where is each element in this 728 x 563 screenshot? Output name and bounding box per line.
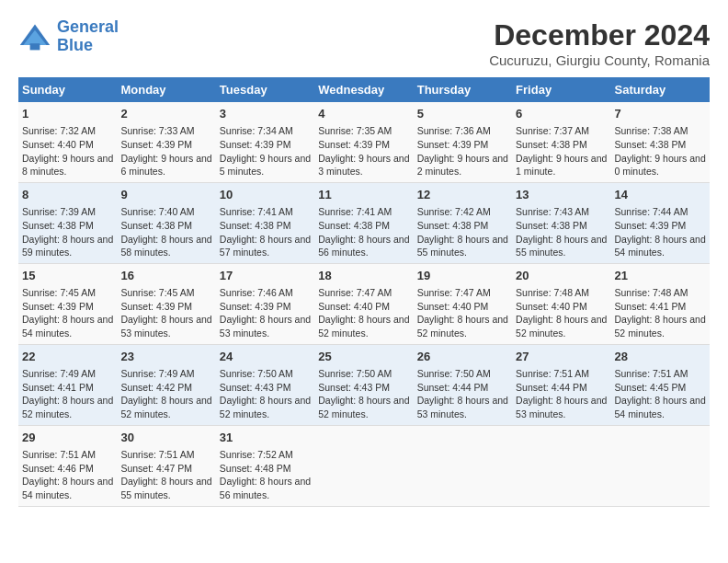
sunset-label: Sunset: 4:39 PM [22, 301, 94, 312]
page-header: General Blue December 2024 Cucuruzu, Giu… [18, 18, 710, 68]
daylight-label: Daylight: 9 hours and 5 minutes. [220, 153, 311, 178]
sunset-label: Sunset: 4:47 PM [120, 463, 192, 474]
sunset-label: Sunset: 4:41 PM [615, 301, 687, 312]
page-subtitle: Cucuruzu, Giurgiu County, Romania [489, 52, 710, 68]
calendar-cell: 11Sunrise: 7:41 AMSunset: 4:38 PMDayligh… [314, 182, 413, 263]
day-number: 11 [318, 187, 409, 203]
calendar-cell: 24Sunrise: 7:50 AMSunset: 4:43 PMDayligh… [216, 344, 314, 425]
calendar-cell: 17Sunrise: 7:46 AMSunset: 4:39 PMDayligh… [216, 263, 314, 344]
daylight-label: Daylight: 8 hours and 55 minutes. [120, 476, 211, 500]
sunset-label: Sunset: 4:38 PM [516, 139, 587, 150]
day-number: 14 [615, 187, 706, 203]
sunrise-label: Sunrise: 7:43 AM [516, 206, 589, 217]
daylight-label: Daylight: 8 hours and 53 minutes. [417, 395, 508, 419]
calendar-week-4: 22Sunrise: 7:49 AMSunset: 4:41 PMDayligh… [18, 344, 710, 425]
daylight-label: Daylight: 8 hours and 52 minutes. [22, 395, 113, 419]
day-number: 15 [22, 268, 113, 284]
calendar-week-5: 29Sunrise: 7:51 AMSunset: 4:46 PMDayligh… [18, 425, 710, 506]
daylight-label: Daylight: 8 hours and 53 minutes. [516, 395, 607, 419]
sunrise-label: Sunrise: 7:50 AM [220, 368, 293, 379]
header-monday: Monday [117, 77, 215, 102]
sunset-label: Sunset: 4:38 PM [615, 139, 687, 150]
day-number: 8 [22, 187, 113, 203]
daylight-label: Daylight: 8 hours and 52 minutes. [318, 395, 409, 419]
sunset-label: Sunset: 4:38 PM [220, 220, 291, 231]
day-number: 28 [615, 349, 706, 365]
daylight-label: Daylight: 8 hours and 53 minutes. [120, 314, 211, 339]
calendar-cell: 16Sunrise: 7:45 AMSunset: 4:39 PMDayligh… [117, 263, 215, 344]
day-number: 4 [318, 106, 409, 122]
daylight-label: Daylight: 8 hours and 52 minutes. [516, 314, 607, 339]
calendar-cell: 9Sunrise: 7:40 AMSunset: 4:38 PMDaylight… [117, 182, 215, 263]
header-sunday: Sunday [18, 77, 117, 102]
calendar-week-1: 1Sunrise: 7:32 AMSunset: 4:40 PMDaylight… [18, 102, 710, 182]
day-number: 1 [22, 106, 113, 122]
calendar-cell: 14Sunrise: 7:44 AMSunset: 4:39 PMDayligh… [611, 182, 710, 263]
sunrise-label: Sunrise: 7:49 AM [22, 368, 96, 379]
daylight-label: Daylight: 8 hours and 54 minutes. [615, 395, 706, 419]
calendar-cell: 20Sunrise: 7:48 AMSunset: 4:40 PMDayligh… [512, 263, 610, 344]
sunrise-label: Sunrise: 7:39 AM [22, 206, 96, 217]
day-number: 20 [516, 268, 607, 284]
sunset-label: Sunset: 4:43 PM [318, 382, 390, 393]
header-thursday: Thursday [414, 77, 512, 102]
sunset-label: Sunset: 4:40 PM [22, 139, 94, 150]
day-number: 21 [615, 268, 706, 284]
title-block: December 2024 Cucuruzu, Giurgiu County, … [489, 18, 710, 68]
sunrise-label: Sunrise: 7:42 AM [417, 206, 491, 217]
sunset-label: Sunset: 4:40 PM [516, 301, 587, 312]
day-number: 7 [615, 106, 706, 122]
calendar-cell: 2Sunrise: 7:33 AMSunset: 4:39 PMDaylight… [117, 102, 215, 182]
sunrise-label: Sunrise: 7:44 AM [615, 206, 688, 217]
calendar-cell: 5Sunrise: 7:36 AMSunset: 4:39 PMDaylight… [414, 102, 512, 182]
header-wednesday: Wednesday [314, 77, 413, 102]
sunset-label: Sunset: 4:44 PM [417, 382, 489, 393]
day-number: 29 [22, 430, 113, 446]
calendar-body: 1Sunrise: 7:32 AMSunset: 4:40 PMDaylight… [18, 102, 710, 506]
day-number: 25 [318, 349, 409, 365]
daylight-label: Daylight: 8 hours and 52 minutes. [220, 395, 311, 419]
day-number: 23 [120, 349, 211, 365]
day-number: 3 [220, 106, 311, 122]
logo-line1: General [57, 17, 119, 36]
sunrise-label: Sunrise: 7:51 AM [615, 368, 688, 379]
sunset-label: Sunset: 4:39 PM [615, 220, 687, 231]
day-number: 22 [22, 349, 113, 365]
sunrise-label: Sunrise: 7:40 AM [120, 206, 194, 217]
sunset-label: Sunset: 4:48 PM [220, 463, 291, 474]
sunrise-label: Sunrise: 7:52 AM [220, 449, 293, 460]
sunrise-label: Sunrise: 7:51 AM [120, 449, 194, 460]
calendar-cell: 13Sunrise: 7:43 AMSunset: 4:38 PMDayligh… [512, 182, 610, 263]
sunrise-label: Sunrise: 7:46 AM [220, 287, 293, 298]
sunset-label: Sunset: 4:39 PM [417, 139, 489, 150]
calendar-cell: 7Sunrise: 7:38 AMSunset: 4:38 PMDaylight… [611, 102, 710, 182]
sunset-label: Sunset: 4:41 PM [22, 382, 94, 393]
daylight-label: Daylight: 8 hours and 58 minutes. [120, 234, 211, 259]
calendar-cell: 18Sunrise: 7:47 AMSunset: 4:40 PMDayligh… [314, 263, 413, 344]
daylight-label: Daylight: 8 hours and 55 minutes. [516, 234, 607, 259]
sunset-label: Sunset: 4:42 PM [120, 382, 192, 393]
daylight-label: Daylight: 9 hours and 1 minute. [516, 153, 607, 178]
sunset-label: Sunset: 4:39 PM [318, 139, 390, 150]
calendar-cell: 22Sunrise: 7:49 AMSunset: 4:41 PMDayligh… [18, 344, 117, 425]
calendar-cell: 26Sunrise: 7:50 AMSunset: 4:44 PMDayligh… [414, 344, 512, 425]
header-friday: Friday [512, 77, 610, 102]
page-title: December 2024 [489, 18, 710, 52]
day-number: 31 [220, 430, 311, 446]
sunrise-label: Sunrise: 7:34 AM [220, 125, 293, 136]
sunrise-label: Sunrise: 7:50 AM [318, 368, 392, 379]
day-number: 13 [516, 187, 607, 203]
svg-rect-2 [30, 43, 40, 50]
sunrise-label: Sunrise: 7:41 AM [220, 206, 293, 217]
daylight-label: Daylight: 8 hours and 54 minutes. [22, 476, 113, 500]
daylight-label: Daylight: 8 hours and 56 minutes. [318, 234, 409, 259]
sunrise-label: Sunrise: 7:41 AM [318, 206, 392, 217]
sunset-label: Sunset: 4:46 PM [22, 463, 94, 474]
sunset-label: Sunset: 4:39 PM [220, 139, 291, 150]
calendar-cell [512, 425, 610, 506]
sunset-label: Sunset: 4:38 PM [516, 220, 587, 231]
calendar-cell: 12Sunrise: 7:42 AMSunset: 4:38 PMDayligh… [414, 182, 512, 263]
day-number: 30 [120, 430, 211, 446]
daylight-label: Daylight: 8 hours and 52 minutes. [120, 395, 211, 419]
sunrise-label: Sunrise: 7:47 AM [417, 287, 491, 298]
